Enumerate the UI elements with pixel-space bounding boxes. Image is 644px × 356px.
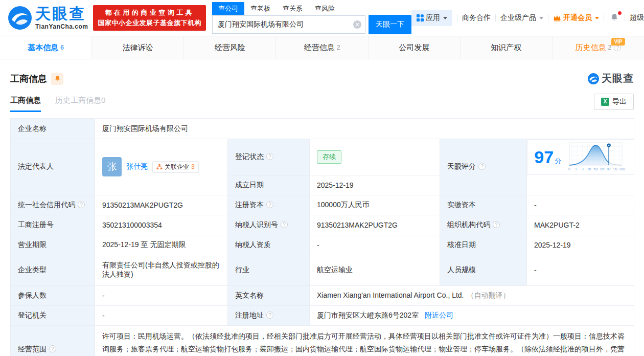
open-vip-menu[interactable]: 开通会员: [553, 13, 599, 23]
field-value-english-name: Xiamen Xiang'an International Airport Co…: [310, 285, 634, 305]
field-label-text: 天眼评分: [447, 162, 476, 170]
x-tick: 97: [607, 167, 611, 171]
tab-count: 2: [337, 44, 340, 51]
help-icon[interactable]: ?: [493, 221, 500, 228]
row-business-scope: 经营范围? 许可项目：民用机场运营。（依法须经批准的项目，经相关部门批准后方可开…: [11, 325, 634, 356]
notifications-button[interactable]: [609, 13, 620, 24]
field-label-text: 组织机构代码: [447, 220, 490, 229]
related-companies-badge[interactable]: 关联企业 3: [152, 161, 199, 173]
tab-count: 2: [608, 44, 612, 51]
excel-icon: X: [601, 98, 609, 106]
address-text: 厦门市翔安区大嶝东路6号202室: [317, 311, 419, 319]
enterprise-products-label: 企业级产品: [500, 13, 536, 23]
field-value-staff-size: -: [527, 255, 634, 285]
divider: [548, 14, 548, 21]
related-companies-label: 关联企业: [165, 163, 189, 171]
row-reg-authority: 登记机关 - 注册地址? 厦门市翔安区大嶝东路6号202室 附近公司: [11, 305, 634, 325]
field-label-reg-number: 工商注册号: [11, 215, 95, 235]
legal-rep-link[interactable]: 张仕亮: [126, 162, 148, 171]
tab-operation-risk[interactable]: 经营风险: [184, 36, 276, 59]
vip-badge: VIP: [611, 38, 625, 46]
clear-search-icon[interactable]: ✕: [353, 20, 361, 29]
divider: [625, 14, 625, 21]
help-icon[interactable]: ?: [266, 153, 273, 160]
field-value-reg-capital: 100000万人民币: [310, 195, 440, 215]
field-value-company-type: 有限责任公司(非自然人投资或控股的法人独资): [95, 255, 228, 285]
field-value-industry: 航空运输业: [310, 255, 440, 285]
search-tab-risk[interactable]: 查风险: [309, 2, 341, 15]
field-value-approval-date: 2025-12-19: [527, 235, 634, 255]
tab-intellectual-property[interactable]: 知识产权: [461, 36, 553, 59]
field-label-org-code: 组织机构代码?: [440, 215, 527, 235]
tab-basic-info[interactable]: 基本信息 6: [0, 36, 92, 59]
user-account-menu[interactable]: 超级风...: [630, 13, 644, 23]
field-label-legal-rep: 法定代表人: [11, 139, 95, 195]
business-info-table: 企业名称 厦门翔安国际机场有限公司 法定代表人 张 张仕亮 关联企业 3: [10, 118, 634, 356]
search-tab-boss[interactable]: 查老板: [244, 2, 277, 15]
tab-history-info[interactable]: 历史信息 2 ? VIP: [553, 36, 644, 59]
search-button[interactable]: 天眼一下: [369, 15, 411, 34]
field-value-company-name: 厦门翔安国际机场有限公司: [95, 119, 634, 139]
enterprise-products-menu[interactable]: 企业级产品: [500, 13, 543, 23]
field-value-taxpayer-quality: -: [310, 235, 440, 255]
subtab-history-business-info[interactable]: 历史工商信息0: [55, 96, 105, 112]
field-value-taxpayer-id: 91350213MAK2PUGT2G: [310, 215, 440, 235]
field-value-insured-count: -: [95, 285, 228, 305]
score-distribution-chart: 0 1 3 15 50 85 97 99 100: [566, 142, 627, 172]
help-icon[interactable]: ?: [78, 201, 85, 208]
row-reg-number: 工商注册号 350213100003354 纳税人识别号? 91350213MA…: [11, 215, 634, 235]
x-tick: 15: [587, 167, 591, 171]
search-tab-relation[interactable]: 查关系: [277, 2, 309, 15]
tab-operation-info[interactable]: 经营信息 2: [276, 36, 368, 59]
tab-label: 基本信息: [28, 43, 58, 53]
search-input[interactable]: [212, 15, 365, 34]
tab-legal-proceedings[interactable]: 法律诉讼: [92, 36, 184, 59]
row-insured-count: 参保人数 - 英文名称 Xiamen Xiang'an Internationa…: [11, 285, 634, 305]
chevron-down-icon: [443, 17, 447, 19]
watermark-text: 天眼查: [602, 72, 634, 85]
apps-menu[interactable]: 应用: [411, 10, 452, 26]
tab-company-development[interactable]: 公司发展: [369, 36, 461, 59]
user-account-label: 超级风...: [630, 13, 644, 23]
field-label-reg-address: 注册地址?: [228, 305, 310, 325]
nearby-companies-link[interactable]: 附近公司: [425, 311, 453, 319]
field-label-taxpayer-id: 纳税人识别号?: [228, 215, 310, 235]
chevron-down-icon: [539, 17, 543, 19]
tab-count: 6: [60, 44, 64, 51]
subtab-row: 工商信息 历史工商信息0 X 导出: [10, 94, 634, 112]
related-companies-count: 3: [191, 163, 195, 170]
field-value-paid-capital: -: [527, 195, 634, 215]
field-value-org-code: MAK2PUGT-2: [527, 215, 634, 235]
logo-domain: TianYanCha.com: [35, 23, 88, 30]
subscribe-alert-button[interactable]: [51, 73, 63, 85]
tianyancha-logo[interactable]: 天眼查 TianYanCha.com: [8, 6, 88, 30]
avatar[interactable]: 张: [102, 157, 122, 176]
search-area: 查公司 查老板 查关系 查风险 ✕ 天眼一下: [212, 2, 411, 34]
company-section-tabs: 基本信息 6 法律诉讼 经营风险 经营信息 2 公司发展 知识产权 历史信息 2…: [0, 36, 644, 59]
brand-slogan: 都在用的商业查询工具 国家中小企业发展子基金旗下机构: [93, 5, 206, 31]
help-icon[interactable]: ?: [49, 345, 56, 352]
business-cooperation-label: 商务合作: [462, 13, 491, 23]
subtab-business-info[interactable]: 工商信息: [10, 96, 41, 112]
help-icon[interactable]: ?: [266, 312, 273, 319]
field-value-establish-date: 2025-12-19: [310, 175, 440, 195]
help-icon[interactable]: ?: [281, 221, 288, 228]
field-label-company-name: 企业名称: [11, 119, 95, 139]
field-label-paid-capital: 实缴资本: [440, 195, 527, 215]
logo-text: 天眼查: [35, 6, 88, 21]
score-unit: 分: [555, 157, 561, 165]
search-tab-company[interactable]: 查公司: [212, 2, 244, 15]
export-button[interactable]: X 导出: [594, 94, 634, 110]
field-label-insured-count: 参保人数: [11, 285, 95, 305]
help-icon[interactable]: ?: [266, 201, 273, 208]
tab-label: 知识产权: [491, 43, 521, 53]
field-label-text: 注册地址: [235, 311, 264, 319]
help-icon[interactable]: ?: [478, 163, 486, 170]
x-tick: 3: [582, 167, 584, 171]
tianyancha-watermark-icon: [588, 73, 599, 84]
apps-label: 应用: [426, 13, 440, 23]
field-value-tyc-score[interactable]: 97分 0: [527, 139, 634, 175]
field-value-credit-code: 91350213MAK2PUGT2G: [95, 195, 228, 215]
field-value-reg-authority: -: [95, 305, 228, 325]
business-cooperation-link[interactable]: 商务合作: [462, 13, 491, 23]
